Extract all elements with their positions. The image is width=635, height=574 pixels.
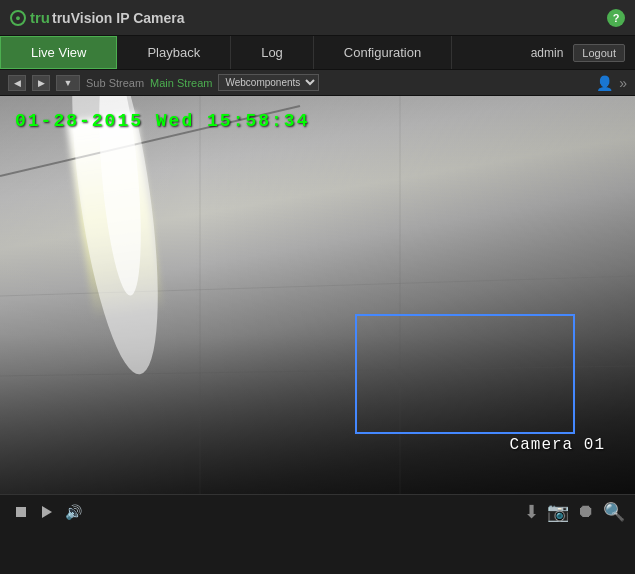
app-header: ● trutruVision IP Camera ? [0, 0, 635, 36]
prev-camera-button[interactable]: ◀ [8, 75, 26, 91]
user-icon[interactable]: 👤 [596, 75, 613, 91]
main-stream-label[interactable]: Main Stream [150, 77, 212, 89]
stop-button[interactable] [10, 501, 32, 523]
zoom-icon[interactable]: 🔍 [603, 501, 625, 523]
detection-box [355, 314, 575, 434]
controls-right: ⬇ 📷 ⏺ 🔍 [524, 501, 625, 523]
logo-icon: ● [10, 10, 26, 26]
logout-button[interactable]: Logout [573, 44, 625, 62]
download-icon[interactable]: ⬇ [524, 501, 539, 523]
next-camera-button[interactable]: ▶ [32, 75, 50, 91]
main-nav: Live View Playback Log Configuration adm… [0, 36, 635, 70]
app-title: trutruVision IP Camera [30, 9, 185, 26]
camera-label: Camera 01 [510, 436, 605, 454]
camera-select-button[interactable]: ▼ [56, 75, 80, 91]
nav-configuration[interactable]: Configuration [314, 36, 452, 69]
stream-selector[interactable]: Webcomponents Option2 [218, 74, 319, 91]
sub-stream-label: Sub Stream [86, 77, 144, 89]
record-icon[interactable]: ⏺ [577, 501, 595, 522]
expand-icon[interactable]: » [619, 75, 627, 91]
toolbar-right: 👤 » [596, 75, 627, 91]
video-timestamp: 01-28-2015 Wed 15:58:34 [15, 111, 309, 131]
nav-log[interactable]: Log [231, 36, 314, 69]
audio-button[interactable]: 🔊 [62, 501, 84, 523]
audio-icon: 🔊 [65, 504, 82, 520]
stop-icon [16, 507, 26, 517]
help-icon[interactable]: ? [607, 9, 625, 27]
play-icon [42, 506, 52, 518]
snapshot-icon[interactable]: 📷 [547, 501, 569, 523]
video-toolbar: ◀ ▶ ▼ Sub Stream Main Stream Webcomponen… [0, 70, 635, 96]
play-button[interactable] [36, 501, 58, 523]
nav-playback[interactable]: Playback [117, 36, 231, 69]
username-label: admin [531, 46, 564, 60]
playback-controls: 🔊 ⬇ 📷 ⏺ 🔍 [0, 494, 635, 528]
nav-user-area: admin Logout [531, 44, 635, 62]
video-container: 01-28-2015 Wed 15:58:34 Camera 01 [0, 96, 635, 494]
nav-live-view[interactable]: Live View [0, 36, 117, 69]
